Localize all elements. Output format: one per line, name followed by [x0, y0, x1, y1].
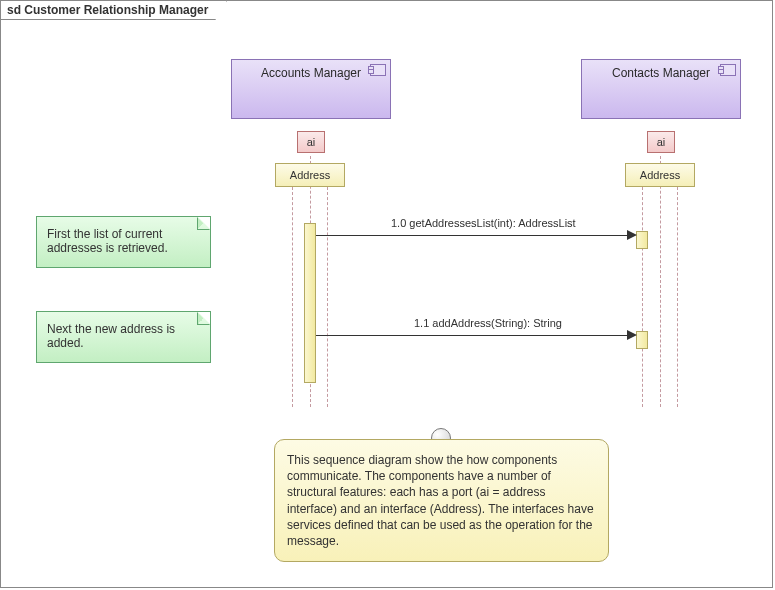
component-icon	[370, 64, 386, 76]
component-icon	[720, 64, 736, 76]
activation-contacts-2	[636, 331, 648, 349]
component-label: Accounts Manager	[232, 60, 390, 80]
component-label: Contacts Manager	[582, 60, 740, 80]
constraint-note: This sequence diagram show the how compo…	[274, 439, 609, 562]
lifeline-contacts-port	[660, 156, 661, 407]
message-2-arrow	[316, 335, 630, 336]
lifeline-accounts-iface-right	[327, 187, 328, 407]
sequence-diagram-frame: sd Customer Relationship Manager Account…	[0, 0, 773, 588]
constraint-text: This sequence diagram show the how compo…	[287, 453, 594, 548]
lifeline-contacts-iface-left	[642, 187, 643, 407]
frame-title: sd Customer Relationship Manager	[0, 0, 227, 20]
lifeline-accounts-iface-left	[292, 187, 293, 407]
port-accounts-ai: ai	[297, 131, 325, 153]
note-2: Next the new address is added.	[36, 311, 211, 363]
message-1-arrow	[316, 235, 630, 236]
activation-contacts-1	[636, 231, 648, 249]
component-contacts-manager: Contacts Manager	[581, 59, 741, 119]
message-1-label: 1.0 getAddressesList(int): AddressList	[391, 217, 576, 229]
lifeline-contacts-iface-right	[677, 187, 678, 407]
message-2-label: 1.1 addAddress(String): String	[414, 317, 562, 329]
port-contacts-ai: ai	[647, 131, 675, 153]
message-1-arrowhead	[627, 230, 637, 240]
interface-contacts-address: Address	[625, 163, 695, 187]
component-accounts-manager: Accounts Manager	[231, 59, 391, 119]
interface-accounts-address: Address	[275, 163, 345, 187]
activation-accounts	[304, 223, 316, 383]
note-2-text: Next the new address is added.	[47, 322, 175, 350]
note-1: First the list of current addresses is r…	[36, 216, 211, 268]
message-2-arrowhead	[627, 330, 637, 340]
note-1-text: First the list of current addresses is r…	[47, 227, 168, 255]
